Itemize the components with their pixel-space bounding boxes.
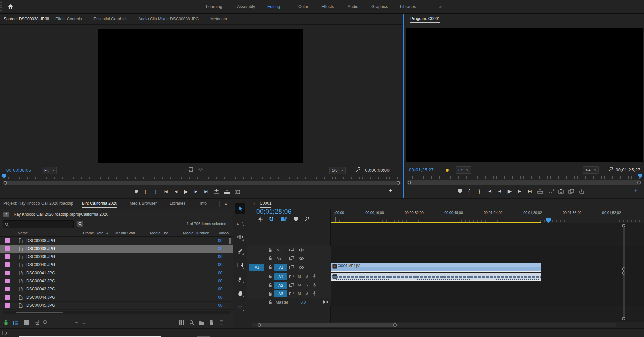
tab-effect-controls[interactable]: Effect Controls <box>55 14 82 24</box>
source-time-ruler[interactable] <box>3 177 401 179</box>
tab-libraries[interactable]: Libraries <box>170 199 185 208</box>
tab-bin[interactable]: Bin: California 2020 <box>82 199 117 208</box>
list-horizontal-scrollbar[interactable] <box>3 311 230 314</box>
label-color-swatch[interactable] <box>5 295 10 300</box>
table-row[interactable]: DSC00042.JPG 00; <box>0 277 233 285</box>
tool-type[interactable]: T <box>235 303 245 313</box>
column-header-frame-rate[interactable]: Frame Rate <box>83 230 104 236</box>
label-color-swatch[interactable] <box>5 254 10 259</box>
track-lock-icon[interactable] <box>268 274 272 279</box>
search-input[interactable] <box>3 220 74 228</box>
column-header-media-end[interactable]: Media End <box>150 230 168 236</box>
mark-out-button[interactable]: } <box>153 189 158 194</box>
delete-trash-button[interactable] <box>218 319 225 326</box>
track-lock-icon[interactable] <box>268 265 272 270</box>
comparison-view-button[interactable] <box>568 189 574 194</box>
step-forward-button[interactable]: ▶ <box>517 189 522 193</box>
tab-project[interactable]: Project: Ray Khocco Cali 2020 roadtrip <box>3 199 73 208</box>
source-button-editor[interactable]: + <box>389 188 392 194</box>
tab-source[interactable]: Source: DSC00038.JPG <box>4 14 48 24</box>
column-header-video[interactable]: Video <box>219 230 229 236</box>
master-gain-value[interactable]: 0.0 <box>301 299 306 306</box>
mute-button[interactable]: M <box>297 282 302 288</box>
project-writable-lock-icon[interactable] <box>3 319 9 326</box>
table-row[interactable]: DSC00044.JPG 00; <box>0 293 233 302</box>
source-video-viewport[interactable] <box>98 29 303 163</box>
step-back-button[interactable]: ◀ <box>173 189 179 194</box>
source-scroll-handle-right[interactable] <box>397 181 400 185</box>
video-tracks-scrollbar[interactable] <box>623 225 625 270</box>
video-scroll-handle-top[interactable] <box>622 224 625 227</box>
close-icon[interactable]: × <box>253 201 256 206</box>
navigate-up-icon[interactable] <box>3 212 9 217</box>
sort-options-chevron[interactable]: ∨ <box>83 322 85 325</box>
timeline-horizontal-scrollbar[interactable] <box>251 323 617 327</box>
audio-scroll-handle-bottom[interactable] <box>622 317 625 320</box>
workspace-tab-audio[interactable]: Audio <box>348 0 358 13</box>
insert-button[interactable] <box>214 189 219 194</box>
play-button[interactable]: ▶ <box>183 188 189 195</box>
audio-clip-c0001[interactable]: fx <box>331 273 541 280</box>
tool-ripple-edit[interactable] <box>235 232 245 242</box>
table-row[interactable]: DSC00043.JPG 00; <box>0 285 233 293</box>
go-to-out-button[interactable]: ▶| <box>204 189 209 194</box>
workspace-tab-assembly[interactable]: Assembly <box>237 0 255 13</box>
solo-button[interactable]: S <box>304 273 310 280</box>
program-zoom-select[interactable]: Fit ∨ <box>456 166 471 174</box>
audio-tracks-scrollbar[interactable] <box>623 272 625 320</box>
list-horizontal-scroll-thumb[interactable] <box>16 312 63 313</box>
linked-selection-icon[interactable] <box>281 217 287 222</box>
program-scroll-handle-left[interactable] <box>408 181 411 184</box>
track-lane-v2[interactable] <box>331 254 644 262</box>
nest-toggle-icon[interactable] <box>258 217 263 222</box>
tool-track-select-forward[interactable] <box>235 218 245 228</box>
column-header-name[interactable]: Name <box>18 230 28 236</box>
workspace-overflow-chevron[interactable]: » <box>439 4 442 9</box>
label-color-swatch[interactable] <box>5 271 10 275</box>
audio-scroll-handle-top[interactable] <box>622 271 625 275</box>
sync-lock-icon[interactable] <box>289 265 294 269</box>
sort-ascending-icon[interactable]: ∧ <box>106 230 108 236</box>
tool-slip[interactable] <box>235 260 245 270</box>
timeline-zoom-handle-right[interactable] <box>393 323 397 327</box>
workspace-menu-icon[interactable] <box>287 5 290 5</box>
tool-pen[interactable] <box>235 274 245 284</box>
zoom-slider-track[interactable] <box>47 322 68 322</box>
go-to-in-button[interactable]: |◀ <box>487 189 492 193</box>
mark-in-button[interactable]: { <box>466 189 472 194</box>
home-button[interactable] <box>2 0 19 13</box>
track-lock-icon[interactable] <box>268 256 272 260</box>
program-scrollbar[interactable] <box>407 180 641 185</box>
go-to-in-button[interactable]: |◀ <box>163 189 168 194</box>
track-lock-icon[interactable] <box>268 283 272 287</box>
column-header-media-duration[interactable]: Media Duration <box>183 230 209 236</box>
source-panel-menu-icon[interactable] <box>46 17 49 18</box>
zoom-slider-handle[interactable] <box>43 320 47 324</box>
track-label[interactable]: V2 <box>277 255 281 262</box>
program-playback-resolution-select[interactable]: 1/4 ∨ <box>583 166 599 174</box>
icon-view-button[interactable] <box>23 319 30 326</box>
mute-button[interactable]: M <box>297 290 302 297</box>
mute-button[interactable]: M <box>297 273 302 280</box>
drag-video-only-icon[interactable] <box>189 167 194 172</box>
automate-to-sequence-button[interactable] <box>178 319 185 326</box>
track-lock-icon[interactable] <box>268 300 272 304</box>
export-frame-button[interactable] <box>558 189 564 194</box>
tool-hand[interactable] <box>235 288 245 299</box>
workspace-tab-graphics[interactable]: Graphics <box>371 0 388 13</box>
new-bin-button[interactable] <box>198 319 205 326</box>
table-row[interactable]: DSC00038.JPG 00; <box>0 236 233 245</box>
workspace-tab-learning[interactable]: Learning <box>206 0 222 13</box>
list-vertical-scrollbar[interactable] <box>229 238 231 244</box>
table-row[interactable]: DSC00039.JPG 00; <box>0 253 233 261</box>
track-lock-icon[interactable] <box>268 291 272 296</box>
timeline-zoom-handle-left[interactable] <box>258 323 261 327</box>
table-row-selected[interactable]: DSC00038.JPG 00; <box>0 245 233 253</box>
track-output-eye-icon[interactable] <box>299 257 304 260</box>
voiceover-record-mic-icon[interactable] <box>313 283 316 287</box>
breadcrumb[interactable]: Ray Khocco Cali 2020 roadtrip.prproj\Cal… <box>14 212 108 217</box>
source-position-timecode[interactable]: 00;00;06;06 <box>6 168 31 173</box>
source-playback-resolution-select[interactable]: 1/8 ∨ <box>329 167 346 174</box>
tab-sequence[interactable]: C0001 <box>260 199 271 208</box>
snap-toggle-icon[interactable] <box>269 217 274 222</box>
